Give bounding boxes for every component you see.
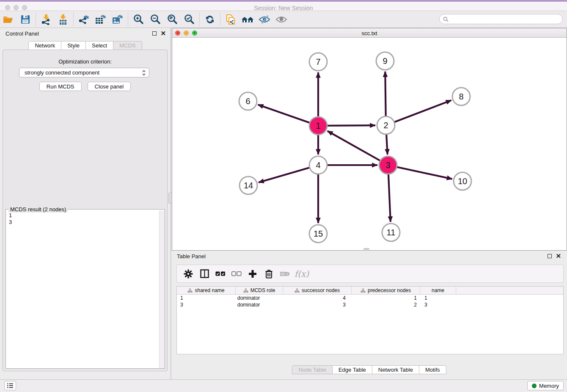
export-image-button[interactable]	[109, 12, 126, 27]
column-header[interactable]: predecessor nodes	[352, 287, 420, 294]
select-all-button[interactable]	[212, 266, 228, 282]
memory-button[interactable]: Memory	[527, 381, 564, 390]
toolbar-separator	[73, 13, 74, 26]
tab-network[interactable]: Network	[28, 41, 61, 50]
open-session-button[interactable]	[0, 12, 17, 27]
svg-text:2: 2	[383, 121, 388, 130]
tab-motifs[interactable]: Motifs	[419, 365, 446, 374]
optimization-criterion-label: Optimization criterion:	[3, 58, 167, 65]
import-network-button[interactable]	[38, 12, 55, 27]
refresh-icon	[204, 14, 215, 25]
node-8[interactable]: 8	[452, 88, 470, 105]
node-4[interactable]: 4	[309, 156, 327, 174]
close-table-panel-icon[interactable]: ✕	[556, 254, 561, 259]
tab-edge-table[interactable]: Edge Table	[333, 365, 372, 374]
table-row[interactable]: 1dominator411	[177, 295, 563, 301]
table-cell: 3	[420, 301, 456, 308]
clone-network-button[interactable]	[222, 12, 239, 27]
delete-table-icon	[280, 271, 290, 277]
column-header-label: successor nodes	[302, 287, 340, 293]
node-14[interactable]: 14	[239, 177, 257, 194]
export-network-button[interactable]	[75, 12, 92, 27]
float-panel-icon[interactable]	[152, 31, 157, 36]
result-item[interactable]: 1	[9, 212, 159, 219]
zoom-selected-button[interactable]	[181, 12, 198, 27]
node-1[interactable]: 1	[309, 117, 327, 135]
search-field[interactable]	[439, 14, 563, 24]
tab-style[interactable]: Style	[61, 41, 86, 50]
tab-node-table[interactable]: Node Table	[292, 365, 333, 374]
network-canvas[interactable]: 1234678910111415	[172, 38, 567, 250]
status-bar: Memory	[0, 379, 567, 392]
table-cell: 3	[177, 301, 236, 308]
app-titlebar: Session: New Session	[0, 0, 567, 11]
function-builder-button[interactable]: f(x)	[293, 266, 309, 282]
edge-2-8[interactable]	[386, 100, 451, 125]
show-panels-button[interactable]	[4, 381, 16, 390]
plus-icon	[248, 270, 257, 278]
save-session-button[interactable]	[17, 12, 34, 27]
zoom-in-button[interactable]	[130, 12, 147, 27]
result-item[interactable]: 3	[9, 219, 159, 226]
column-type-icon	[295, 288, 300, 293]
column-header-label: MCDS role	[250, 287, 275, 293]
network-window-titlebar[interactable]: × − + scc.txt	[172, 28, 567, 38]
add-column-button[interactable]	[245, 266, 261, 282]
node-3[interactable]: 3	[379, 156, 397, 174]
run-mcds-button[interactable]: Run MCDS	[39, 82, 82, 91]
zoom-out-button[interactable]	[147, 12, 164, 27]
edge-3-10[interactable]	[388, 165, 452, 179]
result-scrollbar[interactable]	[159, 210, 165, 368]
node-6[interactable]: 6	[239, 92, 257, 110]
show-all-button[interactable]	[273, 12, 290, 27]
close-panel-button[interactable]: Close panel	[88, 82, 131, 91]
table-row[interactable]: 3dominator323	[177, 301, 563, 308]
node-7[interactable]: 7	[309, 53, 327, 71]
table-settings-button[interactable]	[180, 266, 196, 282]
edge-3-1[interactable]	[328, 131, 388, 165]
column-header[interactable]: shared name	[177, 287, 236, 294]
table-cell: dominator	[236, 301, 283, 308]
edge-1-6[interactable]	[258, 105, 318, 126]
first-neighbors-button[interactable]	[239, 12, 256, 27]
tab-select[interactable]: Select	[86, 41, 113, 50]
float-table-panel-icon[interactable]	[548, 254, 552, 258]
column-header[interactable]: name	[420, 287, 456, 294]
canvas-scrollbar-handle[interactable]	[363, 248, 369, 250]
unchecked-boxes-icon	[231, 271, 242, 276]
main-toolbar	[0, 11, 567, 28]
import-table-button[interactable]	[55, 12, 72, 27]
node-table-header: shared nameMCDS rolesuccessor nodesprede…	[177, 287, 563, 295]
search-input[interactable]	[451, 16, 562, 22]
table-cell: 1	[352, 295, 420, 301]
export-table-button[interactable]	[92, 12, 109, 27]
tab-network-table[interactable]: Network Table	[372, 365, 419, 374]
node-15[interactable]: 15	[309, 225, 327, 243]
close-panel-icon[interactable]: ✕	[160, 31, 166, 36]
eye-slash-icon	[259, 15, 270, 24]
node-2[interactable]: 2	[377, 116, 395, 134]
tab-mcds[interactable]: MCDS	[113, 41, 142, 50]
apply-layout-button[interactable]	[201, 12, 218, 27]
column-header[interactable]: MCDS role	[236, 287, 283, 294]
criterion-dropdown[interactable]: strongly connected component	[19, 68, 149, 77]
column-header-label: name	[432, 287, 444, 293]
svg-text:8: 8	[459, 92, 463, 101]
column-header-label: shared name	[195, 287, 224, 293]
mcds-result-list[interactable]: 13	[6, 210, 159, 368]
delete-selected-button[interactable]	[261, 266, 277, 282]
svg-text:1: 1	[316, 121, 320, 130]
trash-icon	[265, 269, 273, 279]
svg-text:9: 9	[383, 56, 387, 66]
node-11[interactable]: 11	[382, 224, 400, 241]
svg-text:15: 15	[314, 229, 323, 238]
delete-column-button[interactable]	[277, 266, 293, 282]
toggle-table-panel-button[interactable]	[196, 266, 212, 282]
node-10[interactable]: 10	[454, 172, 471, 190]
node-table[interactable]: shared nameMCDS rolesuccessor nodesprede…	[176, 286, 564, 354]
node-9[interactable]: 9	[376, 52, 394, 70]
zoom-fit-button[interactable]	[164, 12, 181, 27]
hide-selected-button[interactable]	[256, 12, 273, 27]
deselect-all-button[interactable]	[228, 266, 245, 282]
column-header[interactable]: successor nodes	[283, 287, 352, 294]
